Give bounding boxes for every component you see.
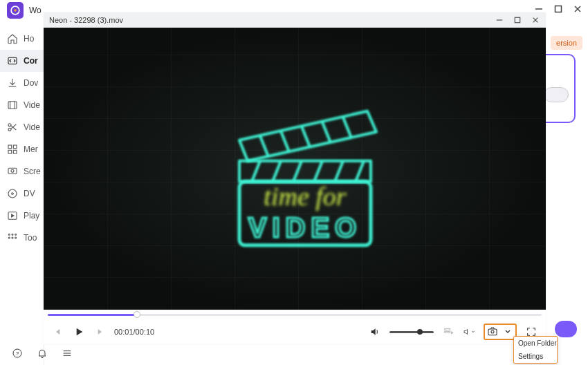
sidebar-item-label: Play (24, 211, 39, 221)
app-close-button[interactable] (573, 4, 582, 14)
svg-rect-14 (8, 145, 12, 149)
sidebar-item-convert[interactable]: Cor (0, 50, 44, 72)
snapshot-dropdown-menu: Open FolderSettings (513, 336, 558, 364)
svg-point-53 (491, 330, 494, 333)
sidebar: HoCorDovVideVideMerScreDVPlayToo (0, 28, 44, 365)
svg-point-1 (14, 9, 17, 12)
svg-line-42 (343, 118, 351, 138)
player-minimize-button[interactable] (495, 15, 504, 25)
dropdown-item[interactable]: Open Folder (514, 337, 557, 350)
svg-point-21 (12, 193, 14, 195)
svg-rect-16 (8, 150, 12, 153)
app-bottom-bar: ? (0, 341, 588, 365)
svg-rect-18 (8, 168, 17, 174)
svg-point-20 (8, 189, 17, 198)
sidebar-item-tools[interactable]: Too (0, 227, 44, 249)
svg-rect-3 (555, 6, 562, 12)
snapshot-dropdown-button[interactable] (502, 326, 514, 338)
svg-rect-15 (13, 145, 17, 149)
svg-line-38 (260, 136, 268, 157)
record-icon (7, 166, 18, 177)
app-title: Wo (29, 6, 42, 15)
video-canvas[interactable]: time for VIDEO (44, 28, 546, 310)
sidebar-item-label: Ho (24, 34, 34, 44)
sidebar-item-label: Dov (24, 78, 38, 88)
sidebar-item-grid[interactable]: Mer (0, 138, 44, 160)
menu-icon[interactable] (61, 347, 73, 359)
player-window: Neon - 32298 (3).mov (44, 12, 546, 344)
scissors-icon (7, 122, 18, 133)
app-logo (7, 2, 24, 19)
play-button[interactable] (73, 326, 85, 338)
film-icon (7, 100, 18, 111)
sidebar-item-download[interactable]: Dov (0, 72, 44, 94)
format-card-toggle[interactable] (544, 87, 569, 102)
sidebar-item-label: Cor (24, 56, 38, 66)
version-badge[interactable]: ersion (551, 36, 582, 50)
sidebar-item-label: DV (24, 189, 35, 198)
sidebar-item-film[interactable]: Vide (0, 94, 44, 116)
svg-line-39 (281, 131, 289, 152)
video-text-line2: VIDEO (248, 212, 362, 243)
svg-rect-51 (445, 331, 450, 333)
convert-icon (7, 55, 18, 66)
tools-icon (7, 232, 18, 243)
sidebar-item-home[interactable]: Ho (0, 28, 44, 50)
svg-rect-17 (13, 150, 17, 153)
convert-all-button[interactable] (555, 321, 577, 337)
player-titlebar[interactable]: Neon - 32298 (3).mov (44, 12, 546, 28)
svg-line-47 (335, 161, 343, 182)
svg-point-25 (15, 234, 17, 235)
play-icon (7, 210, 18, 221)
home-icon (7, 33, 18, 44)
svg-point-28 (15, 237, 17, 238)
svg-line-44 (273, 161, 281, 182)
sidebar-item-record[interactable]: Scre (0, 160, 44, 182)
svg-line-45 (293, 161, 302, 182)
volume-icon[interactable] (369, 326, 381, 338)
bell-icon[interactable] (36, 347, 48, 359)
sidebar-item-scissors[interactable]: Vide (0, 116, 44, 138)
sidebar-item-label: Vide (24, 122, 40, 132)
sidebar-item-label: Too (24, 233, 37, 243)
svg-point-23 (8, 234, 10, 235)
snapshot-group (484, 324, 517, 340)
player-close-button[interactable] (531, 15, 540, 25)
svg-point-19 (11, 169, 14, 172)
sidebar-item-disc[interactable]: DV (0, 182, 44, 205)
sidebar-item-play[interactable]: Play (0, 205, 44, 227)
video-content: time for VIDEO (198, 64, 392, 258)
next-frame-button[interactable] (93, 326, 106, 338)
svg-line-46 (314, 161, 322, 182)
snapshot-button[interactable] (486, 326, 499, 338)
svg-line-43 (252, 161, 260, 182)
svg-line-48 (356, 161, 364, 182)
player-controls: 00:01/00:10 (44, 319, 546, 344)
app-maximize-button[interactable] (553, 4, 563, 14)
player-maximize-button[interactable] (513, 15, 522, 25)
sidebar-item-label: Scre (24, 167, 41, 176)
prev-frame-button[interactable] (52, 326, 64, 338)
timecode: 00:01/00:10 (114, 328, 154, 336)
svg-line-41 (322, 122, 331, 143)
video-text-line1: time for (264, 182, 346, 211)
audio-track-icon[interactable] (463, 326, 475, 338)
sidebar-item-label: Vide (24, 100, 40, 110)
svg-point-27 (12, 237, 13, 238)
svg-rect-7 (8, 102, 17, 109)
svg-rect-52 (488, 329, 497, 335)
download-icon (7, 77, 18, 88)
sidebar-item-label: Mer (24, 144, 38, 154)
svg-rect-50 (445, 328, 450, 330)
svg-text:?: ? (16, 350, 19, 357)
dropdown-item[interactable]: Settings (514, 350, 557, 363)
svg-line-40 (302, 127, 310, 147)
playlist-icon[interactable] (442, 326, 454, 338)
volume-slider[interactable] (389, 331, 434, 333)
svg-point-26 (8, 237, 10, 238)
player-title: Neon - 32298 (3).mov (49, 16, 495, 24)
svg-point-24 (12, 234, 13, 235)
help-icon[interactable]: ? (11, 347, 24, 359)
svg-rect-35 (515, 17, 520, 23)
progress-bar[interactable] (44, 310, 546, 319)
